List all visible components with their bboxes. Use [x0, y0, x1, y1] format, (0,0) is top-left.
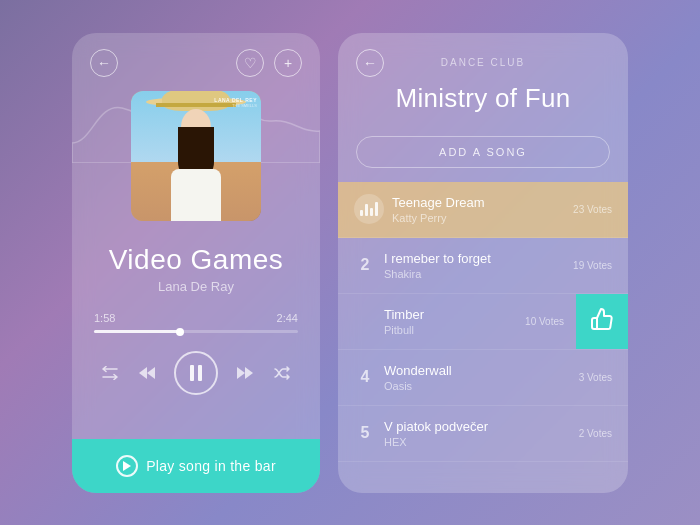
top-right-icons: ♡ +: [236, 49, 302, 77]
play-in-bar-button[interactable]: Play song in the bar: [72, 439, 320, 493]
song-info-5: V piatok podvečer HEX: [376, 419, 579, 448]
heart-button[interactable]: ♡: [236, 49, 264, 77]
votes-1: 23 Votes: [573, 204, 612, 215]
venue-card: ← DANCE CLUB Ministry of Fun ADD A SONG: [338, 33, 628, 493]
back-button[interactable]: ←: [90, 49, 118, 77]
rank-icon-1: [354, 194, 384, 224]
song-row-5[interactable]: 5 V piatok podvečer HEX 2 Votes: [338, 406, 628, 462]
song-info-2: I remeber to forget Shakira: [376, 251, 573, 280]
time-current: 1:58: [94, 312, 115, 324]
player-top-bar: ← ♡ +: [72, 33, 320, 77]
venue-header: ← DANCE CLUB Ministry of Fun: [338, 33, 628, 126]
song-title-1: Teenage Dream: [392, 195, 565, 210]
svg-marker-5: [245, 367, 253, 379]
song-artist: Lana De Ray: [158, 279, 234, 294]
votes-5: 2 Votes: [579, 428, 612, 439]
album-art-container: LANA DEL REY THE SMELLS: [131, 91, 261, 221]
thumbs-up-button[interactable]: [576, 294, 628, 349]
progress-section: 1:58 2:44: [72, 294, 320, 333]
add-button[interactable]: +: [274, 49, 302, 77]
song-row-4[interactable]: 4 Wonderwall Oasis 3 Votes: [338, 350, 628, 406]
song-title-5: V piatok podvečer: [384, 419, 571, 434]
play-bar-icon: [116, 455, 138, 477]
album-art: LANA DEL REY THE SMELLS: [131, 91, 261, 221]
thumbs-up-icon: [590, 307, 614, 336]
app-container: ← ♡ +: [72, 33, 628, 493]
song-info-1: Teenage Dream Katty Perry: [384, 195, 573, 224]
song-row-1[interactable]: Teenage Dream Katty Perry 23 Votes: [338, 182, 628, 238]
song-artist-3: Pitbull: [384, 324, 517, 336]
player-card: ← ♡ +: [72, 33, 320, 493]
song-info-4: Wonderwall Oasis: [376, 363, 579, 392]
svg-rect-3: [198, 365, 202, 381]
song-row-2[interactable]: 2 I remeber to forget Shakira 19 Votes: [338, 238, 628, 294]
repeat-button[interactable]: [101, 366, 119, 380]
time-total: 2:44: [277, 312, 298, 324]
venue-name: Ministry of Fun: [356, 83, 610, 114]
time-row: 1:58 2:44: [94, 312, 298, 324]
venue-back-button[interactable]: ←: [356, 49, 384, 77]
svg-marker-4: [237, 367, 245, 379]
forward-button[interactable]: [236, 365, 254, 381]
song-title-4: Wonderwall: [384, 363, 571, 378]
progress-fill: [94, 330, 180, 333]
rank-2: 2: [354, 256, 376, 274]
song-artist-4: Oasis: [384, 380, 571, 392]
song-title: Video Games: [109, 245, 284, 276]
add-song-button[interactable]: ADD A SONG: [356, 136, 610, 168]
svg-marker-6: [123, 461, 131, 471]
song-title-2: I remeber to forget: [384, 251, 565, 266]
rank-5: 5: [354, 424, 376, 442]
svg-marker-0: [147, 367, 155, 379]
song-list: Teenage Dream Katty Perry 23 Votes 2 I r…: [338, 182, 628, 493]
votes-2: 19 Votes: [573, 260, 612, 271]
svg-rect-2: [190, 365, 194, 381]
rank-4: 4: [354, 368, 376, 386]
votes-3: 10 Votes: [525, 316, 564, 327]
progress-handle[interactable]: [176, 328, 184, 336]
pause-button[interactable]: [174, 351, 218, 395]
controls-row: [72, 333, 320, 395]
venue-top-bar: ← DANCE CLUB: [356, 49, 610, 77]
shuffle-button[interactable]: [273, 366, 291, 380]
song-artist-1: Katty Perry: [392, 212, 565, 224]
song-artist-2: Shakira: [384, 268, 565, 280]
rewind-button[interactable]: [138, 365, 156, 381]
bars-chart-icon: [360, 202, 378, 216]
song-info-3: Timber Pitbull: [376, 307, 525, 336]
votes-4: 3 Votes: [579, 372, 612, 383]
progress-bar[interactable]: [94, 330, 298, 333]
svg-marker-1: [139, 367, 147, 379]
venue-category: DANCE CLUB: [384, 57, 582, 68]
play-bar-label: Play song in the bar: [146, 458, 276, 474]
song-artist-5: HEX: [384, 436, 571, 448]
song-row-3[interactable]: Timber Pitbull 10 Votes: [338, 294, 628, 350]
song-title-3: Timber: [384, 307, 517, 322]
